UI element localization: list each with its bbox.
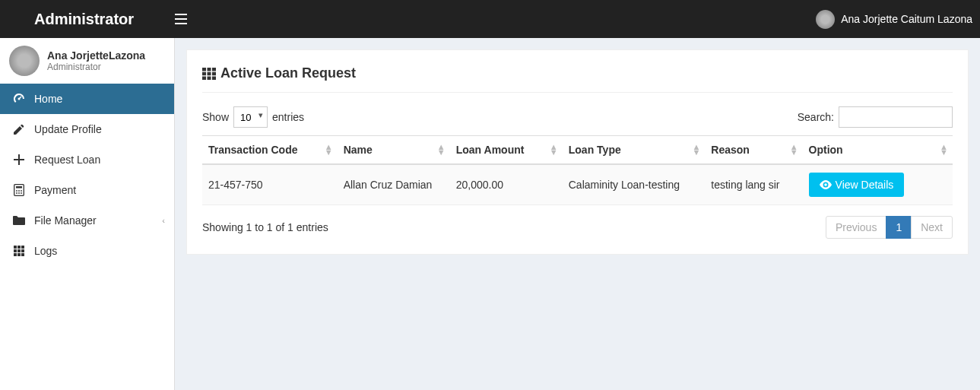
chevron-left-icon: ‹ — [162, 216, 165, 225]
cell-option: View Details — [803, 164, 953, 205]
cell-type: Calaminity Loan-testing — [563, 164, 706, 205]
pager: Previous 1 Next — [826, 216, 953, 239]
avatar — [816, 10, 835, 29]
grid-icon — [11, 246, 27, 256]
menu-icon — [175, 14, 205, 24]
sort-icon: ▲▼ — [325, 144, 333, 155]
header-user-menu[interactable]: Ana Jorjette Caitum Lazona — [816, 10, 980, 29]
svg-point-6 — [16, 192, 17, 194]
dashboard-icon — [11, 93, 27, 105]
svg-rect-19 — [208, 68, 211, 71]
sort-icon: ▲▼ — [940, 144, 948, 155]
folder-icon — [11, 215, 27, 226]
sidebar-item-label: Payment — [34, 184, 76, 196]
svg-rect-13 — [17, 249, 21, 252]
grid-icon — [202, 68, 216, 80]
table-row: 21-457-750 Allan Cruz Damian 20,000.00 C… — [202, 164, 953, 205]
svg-point-7 — [18, 192, 20, 194]
col-option[interactable]: Option▲▼ — [803, 136, 953, 165]
pager-next[interactable]: Next — [911, 216, 953, 239]
data-table: Transaction Code▲▼ Name▲▼ Loan Amount▲▼ … — [202, 135, 953, 205]
search-input[interactable] — [839, 106, 953, 128]
sidebar-item-file-manager[interactable]: File Manager ‹ — [0, 205, 174, 236]
col-loan-type[interactable]: Loan Type▲▼ — [563, 136, 706, 165]
sidebar-item-home[interactable]: Home — [0, 84, 174, 114]
svg-point-3 — [16, 190, 17, 192]
cell-transaction-code: 21-457-750 — [202, 164, 338, 205]
user-panel: Ana JorjetteLazona Administrator — [0, 38, 174, 84]
search-label: Search: — [798, 111, 834, 123]
svg-rect-10 — [17, 246, 21, 249]
svg-rect-14 — [21, 249, 24, 252]
svg-rect-20 — [212, 68, 216, 71]
svg-rect-21 — [202, 71, 206, 75]
svg-rect-9 — [14, 246, 17, 249]
col-loan-amount[interactable]: Loan Amount▲▼ — [450, 136, 563, 165]
svg-rect-1 — [14, 185, 24, 196]
svg-rect-22 — [208, 71, 211, 75]
pager-previous[interactable]: Previous — [826, 216, 886, 239]
top-header: Administrator Ana Jorjette Caitum Lazona — [0, 0, 980, 38]
page-title: Active Loan Request — [202, 65, 953, 93]
sort-icon: ▲▼ — [437, 144, 446, 155]
svg-point-8 — [21, 192, 22, 194]
svg-rect-26 — [212, 76, 216, 80]
sidebar: Ana JorjetteLazona Administrator Home Up… — [0, 38, 175, 390]
main-content: Active Loan Request Show 10 entries Sear… — [175, 38, 980, 390]
pencil-icon — [11, 124, 27, 135]
col-transaction-code[interactable]: Transaction Code▲▼ — [202, 136, 338, 165]
plus-icon — [11, 154, 27, 165]
sort-icon: ▲▼ — [790, 144, 798, 155]
header-user-name: Ana Jorjette Caitum Lazona — [841, 13, 972, 25]
sidebar-item-request-loan[interactable]: Request Loan — [0, 144, 174, 175]
svg-rect-25 — [208, 76, 211, 80]
sidebar-item-payment[interactable]: Payment — [0, 175, 174, 205]
svg-rect-12 — [14, 249, 17, 252]
eye-icon — [820, 180, 832, 189]
avatar — [9, 46, 40, 76]
svg-rect-15 — [14, 253, 17, 256]
svg-rect-17 — [21, 253, 24, 256]
pager-page-1[interactable]: 1 — [886, 216, 912, 239]
view-details-button[interactable]: View Details — [809, 173, 905, 197]
sidebar-item-label: Request Loan — [34, 154, 100, 166]
svg-rect-23 — [212, 71, 216, 75]
sidebar-item-label: Update Profile — [34, 123, 102, 135]
svg-rect-16 — [17, 253, 21, 256]
svg-point-4 — [18, 190, 20, 192]
svg-rect-24 — [202, 76, 206, 80]
sidebar-item-label: Home — [34, 93, 62, 105]
sidebar-toggle[interactable] — [175, 14, 205, 24]
cell-reason: testing lang sir — [705, 164, 802, 205]
cell-amount: 20,000.00 — [450, 164, 563, 205]
user-panel-name: Ana JorjetteLazona — [47, 49, 145, 62]
table-controls: Show 10 entries Search: — [202, 106, 953, 128]
cell-name: Allan Cruz Damian — [338, 164, 450, 205]
sidebar-item-label: Logs — [34, 245, 57, 257]
col-reason[interactable]: Reason▲▼ — [705, 136, 802, 165]
entries-label: entries — [272, 111, 304, 123]
sidebar-item-logs[interactable]: Logs — [0, 236, 174, 266]
col-name[interactable]: Name▲▼ — [338, 136, 450, 165]
content-box: Active Loan Request Show 10 entries Sear… — [186, 49, 969, 255]
sort-icon: ▲▼ — [692, 144, 700, 155]
svg-rect-18 — [202, 68, 206, 71]
sort-icon: ▲▼ — [550, 144, 558, 155]
calculator-icon — [11, 184, 27, 196]
svg-point-5 — [21, 190, 22, 192]
app-logo: Administrator — [0, 11, 175, 28]
table-footer: Showing 1 to 1 of 1 entries Previous 1 N… — [202, 216, 953, 239]
svg-rect-11 — [21, 246, 24, 249]
svg-point-27 — [824, 183, 827, 186]
sidebar-item-update-profile[interactable]: Update Profile — [0, 114, 174, 144]
table-info: Showing 1 to 1 of 1 entries — [202, 221, 328, 233]
show-label: Show — [202, 111, 229, 123]
entries-select[interactable]: 10 — [233, 106, 268, 128]
sidebar-item-label: File Manager — [34, 214, 97, 227]
svg-rect-2 — [16, 186, 22, 189]
user-panel-role: Administrator — [47, 62, 145, 72]
